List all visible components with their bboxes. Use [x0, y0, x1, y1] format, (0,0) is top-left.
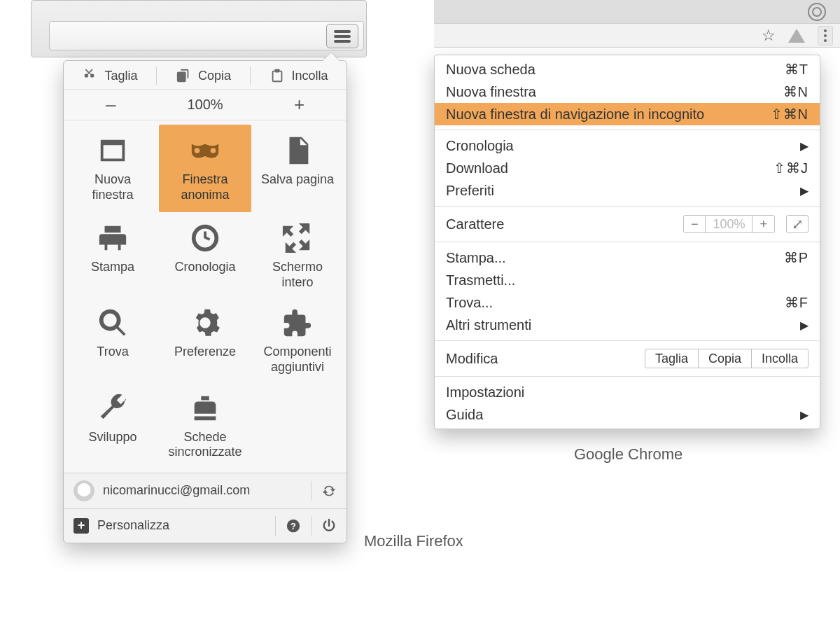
settings-item[interactable]: Impostazioni — [435, 381, 820, 403]
zoom-row: – 100% + — [64, 90, 346, 120]
zoom-in-button[interactable]: + — [252, 94, 346, 116]
avatar-icon — [74, 480, 94, 501]
customize-plus-icon: + — [74, 518, 89, 534]
printer-icon — [97, 222, 129, 254]
downloads-item[interactable]: Download ⇧⌘J — [435, 157, 820, 179]
synced-tabs-icon — [189, 392, 221, 424]
print-item[interactable]: Stampa... ⌘P — [435, 246, 820, 269]
help-icon[interactable]: ? — [286, 518, 301, 534]
clipboard-icon — [270, 68, 285, 83]
developer-label: Sviluppo — [88, 430, 136, 445]
font-row: Carattere − 100% + ⤢ — [435, 211, 820, 237]
new-tab-item[interactable]: Nuova scheda ⌘T — [435, 58, 820, 81]
chevron-right-icon: ▶ — [800, 184, 808, 197]
incognito-item[interactable]: Nuova finestra di navigazione in incogni… — [435, 103, 820, 125]
cut-label: Taglia — [104, 69, 137, 83]
preferences-label: Preferenze — [174, 345, 236, 360]
find-label: Trova — [97, 345, 128, 360]
addons-label: Componentiaggiuntivi — [263, 345, 331, 375]
private-window-label: Finestraanonima — [181, 172, 229, 202]
fullscreen-label: Schermointero — [272, 260, 323, 290]
mask-icon — [189, 134, 221, 167]
action-grid: Nuovafinestra Finestraanonima Salva pagi… — [64, 120, 346, 473]
sync-icon[interactable] — [321, 483, 337, 499]
star-icon[interactable]: ☆ — [762, 27, 776, 45]
edit-row: Taglia Copia Incolla — [64, 61, 346, 90]
chrome-toolbar: ☆ — [434, 0, 840, 48]
customize-button[interactable]: Personalizza — [97, 518, 265, 533]
paste-button[interactable]: Incolla — [262, 65, 335, 86]
history-label: Cronologia — [174, 260, 235, 275]
scissors-icon — [82, 68, 97, 83]
zoom-value: 100% — [706, 216, 752, 232]
gear-icon — [189, 307, 221, 339]
svg-text:?: ? — [290, 520, 296, 531]
firefox-caption: Mozilla Firefox — [364, 532, 463, 550]
zoom-out-button[interactable]: – — [64, 94, 158, 116]
new-window-label: Nuovafinestra — [92, 172, 133, 202]
footer-row: + Personalizza ? — [64, 508, 346, 543]
cut-button[interactable]: Taglia — [75, 65, 144, 86]
chevron-right-icon: ▶ — [800, 139, 808, 153]
save-page-button[interactable]: Salva pagina — [251, 125, 344, 212]
more-tools-item[interactable]: Altri strumenti ▶ — [435, 314, 820, 336]
firefox-menu-button[interactable] — [326, 24, 358, 48]
synced-tabs-button[interactable]: Schedesincronizzate — [159, 382, 251, 467]
addons-button[interactable]: Componentiaggiuntivi — [251, 297, 344, 382]
find-button[interactable]: Trova — [66, 297, 159, 382]
clock-icon — [189, 222, 221, 254]
chevron-right-icon: ▶ — [800, 408, 808, 422]
chrome-caption: Google Chrome — [574, 445, 682, 464]
edit-row: Modifica Taglia Copia Incolla — [435, 345, 820, 372]
cast-item[interactable]: Trasmetti... — [435, 269, 820, 291]
edit-buttons: Taglia Copia Incolla — [645, 349, 808, 368]
zoom-out-button[interactable]: − — [684, 216, 706, 232]
fullscreen-icon — [281, 222, 314, 254]
chrome-menu-panel: Nuova scheda ⌘T Nuova finestra ⌘N Nuova … — [434, 55, 820, 429]
paste-label: Incolla — [292, 69, 328, 83]
power-icon[interactable] — [321, 518, 337, 534]
save-page-label: Salva pagina — [261, 172, 334, 188]
zoom-in-button[interactable]: + — [752, 216, 774, 232]
paste-button[interactable]: Incolla — [752, 349, 808, 368]
chrome-menu-button[interactable] — [818, 26, 833, 46]
firefox-menu-panel: Taglia Copia Incolla – 100% + Nuovafines… — [63, 60, 347, 543]
preferences-button[interactable]: Preferenze — [159, 297, 251, 382]
firefox-toolbar — [49, 21, 364, 50]
new-window-item[interactable]: Nuova finestra ⌘N — [435, 81, 820, 103]
print-button[interactable]: Stampa — [66, 212, 159, 297]
profile-icon[interactable] — [808, 3, 826, 21]
account-row[interactable]: nicomarinucci@gmail.com — [64, 473, 346, 508]
fullscreen-button[interactable]: Schermointero — [251, 212, 344, 297]
wrench-icon — [97, 392, 129, 424]
fullscreen-button[interactable]: ⤢ — [786, 215, 808, 233]
copy-button[interactable]: Copia — [169, 65, 238, 86]
hamburger-icon — [334, 30, 351, 43]
account-email: nicomarinucci@gmail.com — [103, 483, 301, 498]
copy-icon — [176, 68, 191, 83]
find-item[interactable]: Trova... ⌘F — [435, 291, 820, 314]
drive-icon[interactable] — [788, 29, 805, 43]
private-window-button[interactable]: Finestraanonima — [159, 125, 251, 212]
search-icon — [97, 307, 129, 339]
history-button[interactable]: Cronologia — [159, 212, 251, 297]
cut-button[interactable]: Taglia — [645, 349, 699, 368]
zoom-value[interactable]: 100% — [158, 97, 253, 113]
window-icon — [97, 134, 129, 167]
synced-tabs-label: Schedesincronizzate — [168, 430, 241, 460]
chevron-right-icon: ▶ — [800, 319, 808, 332]
bookmarks-item[interactable]: Preferiti ▶ — [435, 179, 820, 202]
new-window-button[interactable]: Nuovafinestra — [66, 125, 159, 212]
developer-button[interactable]: Sviluppo — [66, 382, 159, 467]
zoom-group: − 100% + — [683, 215, 775, 233]
page-icon — [281, 134, 314, 167]
history-item[interactable]: Cronologia ▶ — [435, 134, 820, 157]
copy-label: Copia — [198, 69, 231, 83]
help-item[interactable]: Guida ▶ — [435, 403, 820, 426]
print-label: Stampa — [91, 260, 134, 275]
puzzle-icon — [281, 307, 314, 339]
copy-button[interactable]: Copia — [699, 349, 752, 368]
